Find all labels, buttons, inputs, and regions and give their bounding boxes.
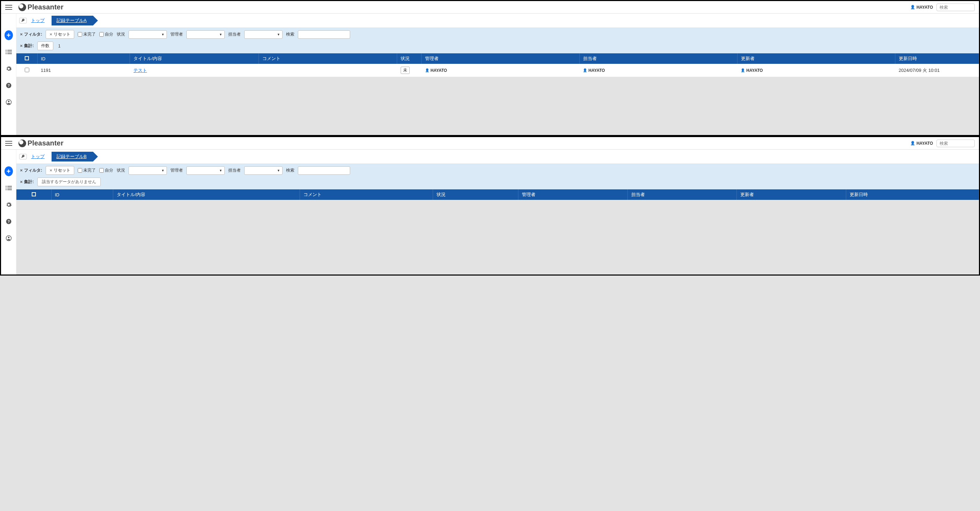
svg-text:?: ?: [7, 83, 10, 88]
filter-incomplete-checkbox[interactable]: 未完了: [78, 31, 96, 37]
brand[interactable]: Pleasanter: [19, 3, 64, 11]
brand-logo-icon: [19, 139, 26, 147]
data-grid: ID タイトル/内容 コメント 状況 管理者 担当者 更新者 更新日時: [16, 189, 979, 200]
current-user[interactable]: HAYATO: [910, 5, 933, 10]
col-comment[interactable]: コメント: [259, 53, 397, 64]
grid-header-row: ID タイトル/内容 コメント 状況 管理者 担当者 更新者 更新日時: [16, 189, 979, 200]
col-owner[interactable]: 担当者: [627, 189, 737, 200]
cell-id: 1191: [37, 64, 130, 77]
cell-updated: 2024/07/09 火 10:01: [895, 64, 979, 77]
crumb-top-link[interactable]: トップ: [29, 18, 47, 24]
cell-owner: HAYATO: [583, 68, 734, 73]
aggregate-label: 集計:: [20, 43, 34, 49]
global-search-input[interactable]: [937, 139, 975, 147]
topbar: Pleasanter HAYATO: [1, 1, 979, 14]
filter-self-checkbox[interactable]: 自分: [99, 31, 113, 37]
filter-status-select[interactable]: [129, 30, 167, 39]
aggregate-label: 集計:: [20, 179, 34, 185]
filter-bar: フィルタ: リセット 未完了 自分 状況 管理者 担当者 検索 集計: 件数: [16, 27, 979, 53]
brand-name: Pleasanter: [27, 3, 64, 11]
brand-logo-icon: [19, 3, 26, 11]
col-title[interactable]: タイトル/内容: [113, 189, 300, 200]
window-b: Pleasanter HAYATO + ?: [0, 136, 980, 276]
col-status[interactable]: 状況: [397, 53, 422, 64]
col-owner[interactable]: 担当者: [579, 53, 737, 64]
filter-status-select[interactable]: [129, 166, 167, 175]
menu-icon[interactable]: [5, 141, 15, 146]
add-icon[interactable]: +: [5, 31, 13, 40]
help-icon[interactable]: ?: [5, 81, 13, 89]
filter-owner-select[interactable]: [244, 166, 283, 175]
filter-label: フィルタ:: [20, 31, 42, 37]
select-all-checkbox[interactable]: [32, 192, 36, 196]
filter-self-checkbox[interactable]: 自分: [99, 168, 113, 173]
crumb-top-link[interactable]: トップ: [29, 153, 47, 160]
filter-reset-button[interactable]: リセット: [46, 166, 74, 175]
data-grid: ID タイトル/内容 コメント 状況 管理者 担当者 更新者 更新日時: [16, 53, 979, 77]
filter-manager-label: 管理者: [170, 31, 183, 37]
select-all-checkbox[interactable]: [25, 56, 29, 60]
table-row[interactable]: 1191 テスト 未 HAYATO HAYATO HAYATO 2024/07/…: [16, 64, 979, 77]
list-view-icon[interactable]: [5, 184, 13, 192]
col-updater[interactable]: 更新者: [737, 53, 895, 64]
crumb-current[interactable]: 記録テーブルB: [52, 152, 93, 161]
col-title[interactable]: タイトル/内容: [130, 53, 259, 64]
account-icon[interactable]: [5, 234, 13, 243]
col-updater[interactable]: 更新者: [737, 189, 846, 200]
filter-owner-label: 担当者: [228, 31, 241, 37]
aggregate-empty-message: 該当するデータがありません: [37, 177, 101, 186]
aggregate-count-button[interactable]: 件数: [37, 42, 53, 50]
filter-label: フィルタ:: [20, 168, 42, 173]
window-a: Pleasanter HAYATO + ?: [0, 0, 980, 136]
filter-manager-select[interactable]: [186, 166, 225, 175]
key-icon[interactable]: [19, 154, 27, 160]
filter-search-input[interactable]: [298, 166, 350, 175]
filter-manager-select[interactable]: [186, 30, 225, 39]
current-user[interactable]: HAYATO: [910, 141, 933, 146]
col-id[interactable]: ID: [51, 189, 113, 200]
sidebar: + ?: [1, 150, 16, 275]
filter-reset-button[interactable]: リセット: [46, 30, 74, 39]
account-icon[interactable]: [5, 98, 13, 106]
brand-name: Pleasanter: [27, 139, 64, 147]
cell-title-link[interactable]: テスト: [134, 68, 147, 73]
filter-status-label: 状況: [117, 168, 125, 173]
global-search-input[interactable]: [937, 3, 975, 11]
col-id[interactable]: ID: [37, 53, 130, 64]
filter-search-label: 検索: [286, 31, 294, 37]
grid-header-row: ID タイトル/内容 コメント 状況 管理者 担当者 更新者 更新日時: [16, 53, 979, 64]
row-checkbox[interactable]: [25, 68, 29, 72]
key-icon[interactable]: [19, 18, 27, 23]
filter-owner-label: 担当者: [228, 168, 241, 173]
menu-icon[interactable]: [5, 5, 15, 10]
brand[interactable]: Pleasanter: [19, 139, 64, 147]
crumb-current[interactable]: 記録テーブルA: [52, 16, 93, 26]
filter-owner-select[interactable]: [244, 30, 283, 39]
topbar: Pleasanter HAYATO: [1, 137, 979, 150]
gear-icon[interactable]: [5, 201, 13, 209]
help-icon[interactable]: ?: [5, 217, 13, 226]
cell-status-badge: 未: [401, 67, 410, 74]
breadcrumb: トップ 記録テーブルA: [16, 14, 979, 27]
col-manager[interactable]: 管理者: [422, 53, 579, 64]
col-manager[interactable]: 管理者: [519, 189, 627, 200]
filter-bar: フィルタ: リセット 未完了 自分 状況 管理者 担当者 検索 集計: 該当する…: [16, 164, 979, 189]
aggregate-count-value: 1: [57, 44, 60, 48]
col-updated[interactable]: 更新日時: [846, 189, 978, 200]
add-icon[interactable]: +: [5, 167, 13, 176]
col-updated[interactable]: 更新日時: [895, 53, 979, 64]
filter-search-input[interactable]: [298, 30, 350, 39]
gear-icon[interactable]: [5, 64, 13, 73]
sidebar: + ?: [1, 14, 16, 135]
col-comment[interactable]: コメント: [300, 189, 433, 200]
cell-comment: [259, 64, 397, 77]
filter-incomplete-checkbox[interactable]: 未完了: [78, 168, 96, 173]
list-view-icon[interactable]: [5, 48, 13, 56]
filter-manager-label: 管理者: [170, 168, 183, 173]
cell-updater: HAYATO: [741, 68, 891, 73]
cell-manager: HAYATO: [425, 68, 576, 73]
svg-text:?: ?: [7, 219, 10, 224]
col-status[interactable]: 状況: [433, 189, 519, 200]
svg-point-3: [8, 101, 10, 102]
svg-point-7: [8, 237, 10, 239]
